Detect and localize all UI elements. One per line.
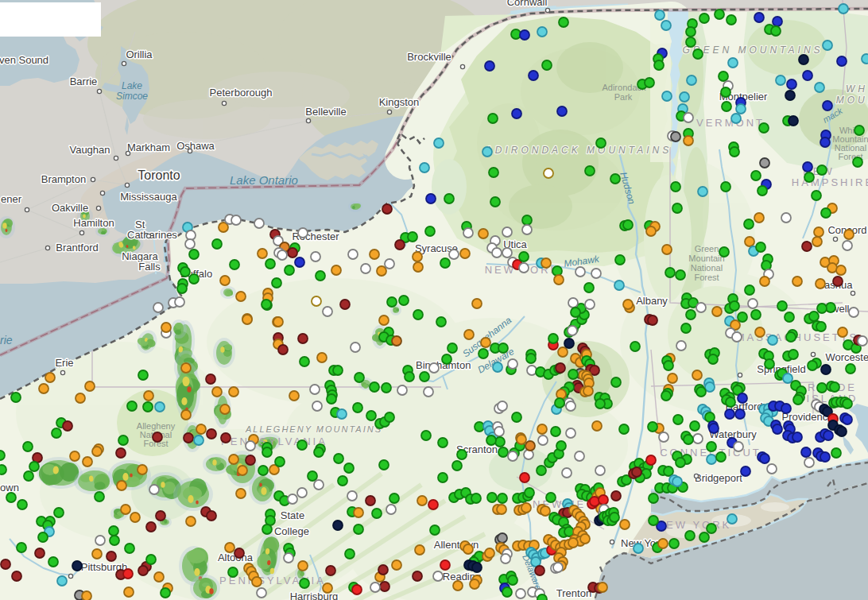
svg-text:ven Sound: ven Sound: [0, 54, 48, 66]
svg-text:State: State: [281, 509, 304, 521]
svg-text:Oakville: Oakville: [52, 202, 88, 214]
svg-text:Worcester: Worcester: [826, 351, 868, 363]
svg-text:Green: Green: [695, 244, 719, 254]
svg-text:Catharines: Catharines: [127, 229, 177, 241]
svg-text:Mountain: Mountain: [688, 254, 724, 263]
svg-text:own: own: [0, 482, 19, 494]
svg-text:College: College: [274, 525, 309, 537]
svg-text:Falls: Falls: [138, 261, 161, 273]
svg-text:Mississauga: Mississauga: [120, 191, 177, 203]
svg-text:GREEN MOUNTAINS: GREEN MOUNTAINS: [682, 45, 823, 56]
svg-text:Albany: Albany: [636, 295, 668, 307]
svg-text:Toronto: Toronto: [138, 168, 180, 182]
svg-text:NEW YORK: NEW YORK: [657, 519, 732, 531]
svg-text:Oshawa: Oshawa: [176, 140, 215, 152]
svg-text:ener: ener: [1, 193, 22, 205]
svg-text:Trenton: Trenton: [556, 587, 591, 599]
svg-text:WH: WH: [846, 83, 868, 95]
svg-text:HAMPSHIRE: HAMPSHIRE: [792, 176, 868, 188]
svg-text:Markham: Markham: [127, 141, 170, 153]
svg-text:Erie: Erie: [55, 357, 73, 369]
svg-text:Lake: Lake: [122, 80, 142, 91]
svg-text:Orillia: Orillia: [126, 48, 153, 60]
svg-text:Brockville: Brockville: [407, 51, 451, 63]
svg-text:MOUN: MOUN: [836, 95, 868, 106]
svg-text:rie: rie: [0, 334, 13, 346]
svg-text:Simcoe: Simcoe: [116, 91, 148, 102]
svg-text:Barrie: Barrie: [70, 75, 98, 87]
svg-text:Peterborough: Peterborough: [210, 87, 273, 99]
svg-text:Brantford: Brantford: [56, 242, 98, 254]
svg-text:Forest: Forest: [694, 273, 719, 282]
svg-text:Kingston: Kingston: [379, 96, 420, 108]
svg-text:Lake Ontario: Lake Ontario: [230, 173, 298, 187]
svg-text:National: National: [691, 263, 723, 273]
svg-text:PENNSYLVANIA: PENNSYLVANIA: [221, 435, 327, 447]
svg-text:Park: Park: [614, 92, 633, 102]
svg-text:Bridgeport: Bridgeport: [695, 472, 742, 484]
svg-text:Hamilton: Hamilton: [73, 217, 114, 229]
svg-text:Cornwall: Cornwall: [507, 0, 548, 8]
svg-text:Belleville: Belleville: [305, 106, 346, 118]
svg-text:Vaughan: Vaughan: [69, 144, 110, 156]
svg-text:ALLEGHENY MOUNTAINS: ALLEGHENY MOUNTAINS: [245, 424, 382, 434]
svg-text:ADIRONDACK MOUNTAINS: ADIRONDACK MOUNTAINS: [485, 145, 672, 156]
svg-text:VERMONT: VERMONT: [696, 117, 765, 129]
svg-text:Brampton: Brampton: [41, 173, 86, 185]
